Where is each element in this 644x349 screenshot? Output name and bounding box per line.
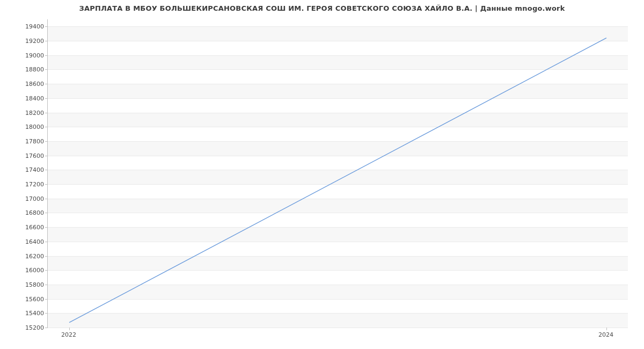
y-tick-label: 15200 xyxy=(6,324,44,331)
y-tick-label: 19400 xyxy=(6,23,44,30)
x-tick-mark xyxy=(69,328,70,330)
y-tick-label: 18400 xyxy=(6,94,44,101)
plot-area xyxy=(47,19,628,328)
line-chart: ЗАРПЛАТА В МБОУ БОЛЬШЕКИРСАНОВСКАЯ СОШ И… xyxy=(0,0,644,349)
y-tick-label: 18200 xyxy=(6,109,44,116)
y-tick-label: 19200 xyxy=(6,38,44,45)
line-layer xyxy=(48,19,628,328)
y-tick-label: 18800 xyxy=(6,66,44,73)
x-tick-mark xyxy=(606,328,607,330)
y-tick-label: 16800 xyxy=(6,209,44,216)
x-tick-label: 2024 xyxy=(598,331,613,338)
y-tick-label: 15400 xyxy=(6,310,44,317)
y-tick-label: 17000 xyxy=(6,195,44,202)
y-tick-label: 16400 xyxy=(6,238,44,245)
y-tick-label: 19000 xyxy=(6,52,44,59)
y-tick-label: 16000 xyxy=(6,267,44,274)
y-tick-label: 18000 xyxy=(6,123,44,130)
chart-title: ЗАРПЛАТА В МБОУ БОЛЬШЕКИРСАНОВСКАЯ СОШ И… xyxy=(0,4,644,12)
data-line xyxy=(69,38,606,323)
y-tick-mark xyxy=(45,328,48,328)
y-tick-label: 17200 xyxy=(6,181,44,188)
y-tick-label: 15600 xyxy=(6,295,44,302)
y-tick-label: 17600 xyxy=(6,152,44,159)
y-tick-label: 17400 xyxy=(6,166,44,173)
y-tick-label: 18600 xyxy=(6,81,44,88)
y-tick-label: 15800 xyxy=(6,281,44,288)
y-tick-label: 16600 xyxy=(6,224,44,231)
y-tick-label: 17800 xyxy=(6,137,44,144)
grid-line xyxy=(48,328,628,328)
y-tick-label: 16200 xyxy=(6,252,44,259)
x-tick-label: 2022 xyxy=(61,331,76,338)
